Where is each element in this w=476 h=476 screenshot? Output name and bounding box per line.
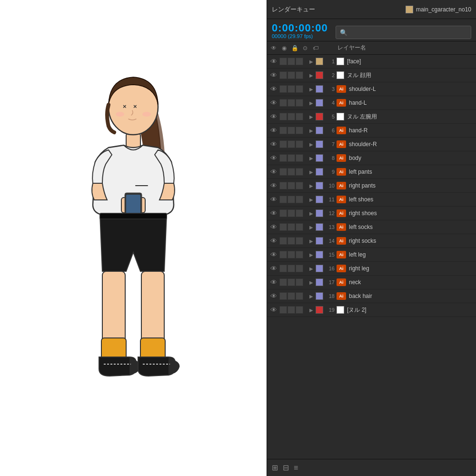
layer-ctrl-box (279, 71, 287, 79)
layer-expand-arrow[interactable]: ▶ (308, 114, 315, 119)
layer-type-icon (337, 306, 344, 314)
layer-color-swatch (316, 140, 323, 148)
layer-visibility-toggle[interactable]: 👁 (269, 113, 278, 120)
layer-visibility-toggle[interactable]: 👁 (269, 168, 278, 176)
layer-visibility-toggle[interactable]: 👁 (269, 292, 278, 300)
layer-expand-arrow[interactable]: ▶ (308, 73, 315, 78)
layer-expand-arrow[interactable]: ▶ (308, 225, 315, 230)
svg-text:×: × (133, 103, 137, 110)
layer-row[interactable]: 👁▶2ヌル 顔用 (267, 69, 476, 82)
layer-ctrl-box (279, 209, 287, 217)
layer-color-swatch (316, 292, 323, 300)
column-headers: 👁 ◉ 🔒 ⊙ 🏷 レイヤー名 (267, 41, 476, 55)
layer-name-label: shoulder-L (347, 86, 376, 92)
layer-row[interactable]: 👁▶13Aileft socks (267, 220, 476, 234)
layer-visibility-toggle[interactable]: 👁 (269, 306, 278, 314)
layer-expand-arrow[interactable]: ▶ (308, 87, 315, 92)
layer-number: 5 (324, 114, 336, 119)
search-input[interactable] (349, 29, 467, 36)
layer-expand-arrow[interactable]: ▶ (308, 307, 315, 313)
layer-expand-arrow[interactable]: ▶ (308, 266, 315, 271)
layer-expand-arrow[interactable]: ▶ (308, 294, 315, 299)
layer-type-ai-icon: Ai (337, 251, 346, 258)
layer-visibility-toggle[interactable]: 👁 (269, 223, 278, 231)
layer-type-ai-icon: Ai (337, 278, 346, 286)
layer-row[interactable]: 👁▶18Aiback hair (267, 289, 476, 303)
layer-row[interactable]: 👁▶12Airight shoes (267, 207, 476, 220)
new-layer-icon[interactable]: ⊞ (272, 463, 278, 472)
layer-color-swatch (316, 127, 323, 134)
layer-row[interactable]: 👁▶7Aishoulder-R (267, 138, 476, 151)
search-bar[interactable]: 🔍 (336, 26, 471, 39)
layer-type-icon (337, 58, 344, 65)
layer-ctrl-box (288, 278, 295, 286)
visibility-col-icon: 👁 (269, 45, 278, 51)
layer-type-ai-icon: Ai (337, 85, 346, 93)
layer-visibility-toggle[interactable]: 👁 (269, 265, 278, 272)
layer-expand-arrow[interactable]: ▶ (308, 100, 315, 106)
layer-visibility-toggle[interactable]: 👁 (269, 71, 278, 79)
layer-visibility-toggle[interactable]: 👁 (269, 278, 278, 286)
layer-expand-arrow[interactable]: ▶ (308, 238, 315, 244)
layer-name-label: right pants (347, 182, 376, 189)
tag-col-icon: 🏷 (311, 45, 320, 51)
layer-expand-arrow[interactable]: ▶ (308, 156, 315, 161)
layer-controls (279, 58, 307, 65)
layer-expand-arrow[interactable]: ▶ (308, 128, 315, 133)
layer-type-ai-icon: Ai (337, 182, 346, 189)
layer-expand-arrow[interactable]: ▶ (308, 211, 315, 216)
layer-visibility-toggle[interactable]: 👁 (269, 251, 278, 258)
layer-row[interactable]: 👁▶19[ヌル 2] (267, 303, 476, 317)
layer-controls (279, 168, 307, 176)
layer-row[interactable]: 👁▶1[face] (267, 55, 476, 69)
timecode-main[interactable]: 0:00:00:00 (272, 23, 328, 33)
layer-controls (279, 85, 307, 93)
layer-ctrl-box (288, 127, 295, 134)
layer-visibility-toggle[interactable]: 👁 (269, 209, 278, 217)
layer-ctrl-box (296, 154, 303, 162)
layer-color-swatch (316, 196, 323, 203)
layer-row[interactable]: 👁▶14Airight socks (267, 234, 476, 248)
layer-visibility-toggle[interactable]: 👁 (269, 154, 278, 162)
layer-number: 8 (324, 155, 336, 161)
settings-icon[interactable]: ≡ (294, 464, 298, 472)
delete-layer-icon[interactable]: ⊟ (283, 463, 289, 472)
layer-expand-arrow[interactable]: ▶ (308, 169, 315, 175)
layer-controls (279, 182, 307, 189)
layer-visibility-toggle[interactable]: 👁 (269, 196, 278, 203)
layer-row[interactable]: 👁▶10Airight pants (267, 179, 476, 193)
audio-col-icon: ◉ (279, 45, 289, 51)
layer-visibility-toggle[interactable]: 👁 (269, 58, 278, 65)
layer-row[interactable]: 👁▶6Aihand-R (267, 124, 476, 138)
layer-expand-arrow[interactable]: ▶ (308, 142, 315, 147)
layer-ctrl-box (288, 99, 295, 107)
layer-visibility-toggle[interactable]: 👁 (269, 127, 278, 134)
layer-row[interactable]: 👁▶3Aishoulder-L (267, 82, 476, 96)
layer-expand-arrow[interactable]: ▶ (308, 59, 315, 64)
layer-row[interactable]: 👁▶16Airight leg (267, 262, 476, 276)
layer-row[interactable]: 👁▶8Aibody (267, 151, 476, 165)
layer-visibility-toggle[interactable]: 👁 (269, 237, 278, 245)
layer-row[interactable]: 👁▶17Aineck (267, 276, 476, 289)
layer-visibility-toggle[interactable]: 👁 (269, 85, 278, 93)
layer-expand-arrow[interactable]: ▶ (308, 280, 315, 285)
layer-visibility-toggle[interactable]: 👁 (269, 99, 278, 107)
layer-visibility-toggle[interactable]: 👁 (269, 140, 278, 148)
layer-visibility-toggle[interactable]: 👁 (269, 182, 278, 189)
layer-expand-arrow[interactable]: ▶ (308, 183, 315, 188)
layer-type-ai-icon: Ai (337, 168, 346, 176)
layer-ctrl-box (279, 251, 287, 258)
layer-row[interactable]: 👁▶9Aileft pants (267, 165, 476, 179)
layer-ctrl-box (296, 99, 303, 107)
layer-type-icon (337, 71, 344, 79)
layer-row[interactable]: 👁▶4Aihand-L (267, 96, 476, 110)
layer-controls (279, 251, 307, 258)
layer-ctrl-box (279, 127, 287, 134)
layer-expand-arrow[interactable]: ▶ (308, 252, 315, 258)
layer-row[interactable]: 👁▶11Aileft shoes (267, 193, 476, 207)
svg-text:×: × (123, 103, 127, 110)
layer-row[interactable]: 👁▶5ヌル 左腕用 (267, 110, 476, 124)
project-color-swatch (406, 6, 413, 13)
layer-row[interactable]: 👁▶15Aileft leg (267, 248, 476, 262)
layer-expand-arrow[interactable]: ▶ (308, 197, 315, 202)
